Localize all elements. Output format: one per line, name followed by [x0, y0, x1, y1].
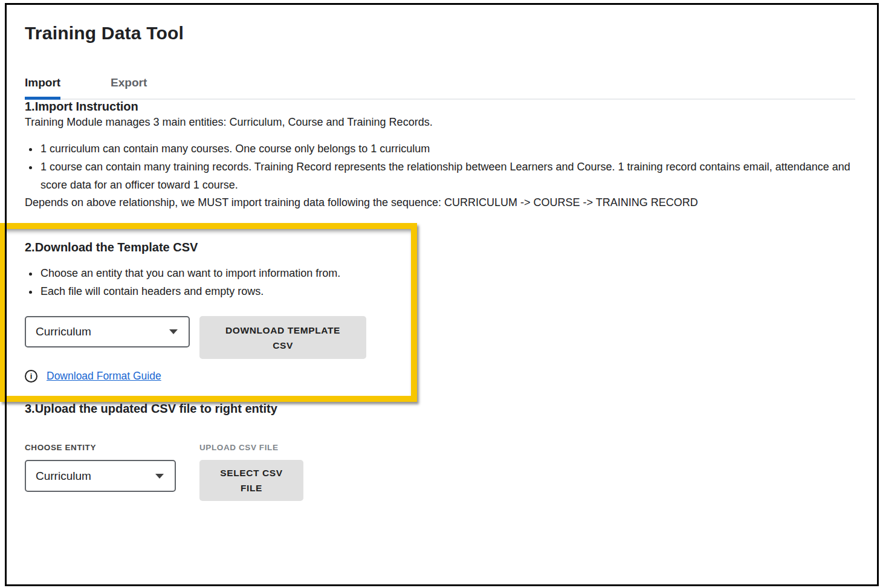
import-sequence-note: Depends on above relationship, we MUST i… — [25, 194, 855, 211]
entity-select[interactable]: Curriculum — [25, 316, 190, 347]
choose-entity-label: CHOOSE ENTITY — [25, 443, 199, 452]
bullet-item: 1 curriculum can contain many courses. O… — [39, 140, 855, 158]
chevron-down-icon — [155, 474, 164, 479]
import-instruction-bullets: 1 curriculum can contain many courses. O… — [25, 140, 855, 194]
bullet-item: Choose an entity that you can want to im… — [39, 264, 400, 282]
choose-entity-field: CHOOSE ENTITY Curriculum — [25, 443, 199, 501]
section-upload: 3.Upload the updated CSV file to right e… — [25, 402, 855, 501]
highlight-annotation-box: 2.Download the Template CSV Choose an en… — [0, 223, 417, 402]
download-template-bullets: Choose an entity that you can want to im… — [25, 264, 400, 300]
select-csv-file-button[interactable]: SELECT CSV FILE — [199, 460, 303, 501]
download-template-heading: 2.Download the Template CSV — [25, 241, 400, 254]
chevron-down-icon — [169, 329, 178, 334]
upload-heading: 3.Upload the updated CSV file to right e… — [25, 402, 855, 416]
download-template-csv-button[interactable]: DOWNLOAD TEMPLATE CSV — [199, 316, 366, 359]
tab-bar: Import Export — [25, 76, 855, 100]
upload-entity-select-value: Curriculum — [36, 470, 91, 483]
upload-csv-field: UPLOAD CSV FILE SELECT CSV FILE — [199, 443, 303, 501]
section-import-instruction: 1.Import Instruction Training Module man… — [25, 100, 855, 211]
import-instruction-heading: 1.Import Instruction — [25, 100, 855, 114]
upload-entity-select[interactable]: Curriculum — [25, 460, 176, 492]
tab-export[interactable]: Export — [111, 76, 147, 99]
page-title: Training Data Tool — [25, 23, 855, 44]
format-guide-row: i Download Format Guide — [25, 370, 400, 383]
tab-import[interactable]: Import — [25, 76, 60, 99]
upload-csv-file-label: UPLOAD CSV FILE — [199, 443, 303, 452]
entity-select-value: Curriculum — [36, 325, 91, 338]
bullet-item: 1 course can contain many training recor… — [39, 158, 855, 194]
import-instruction-intro: Training Module manages 3 main entities:… — [25, 114, 855, 131]
section-download-template: 2.Download the Template CSV Choose an en… — [6, 229, 411, 396]
upload-controls-row: CHOOSE ENTITY Curriculum UPLOAD CSV FILE… — [25, 443, 855, 501]
training-data-tool-page: Training Data Tool Import Export 1.Impor… — [0, 0, 880, 501]
bullet-item: Each file will contain headers and empty… — [39, 282, 400, 300]
info-icon: i — [25, 370, 37, 383]
download-controls-row: Curriculum DOWNLOAD TEMPLATE CSV — [25, 316, 400, 359]
download-format-guide-link[interactable]: Download Format Guide — [47, 370, 161, 383]
